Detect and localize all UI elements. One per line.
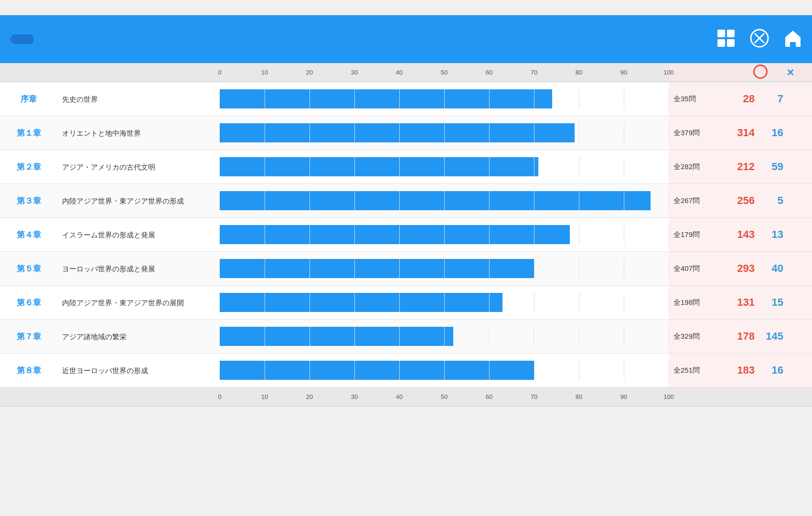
axis-tick: 20 [306, 69, 313, 76]
total-questions: 全179問 [673, 230, 721, 239]
grid-line [444, 361, 445, 380]
axis-tick: 0 [218, 69, 221, 76]
grid-line [444, 327, 445, 346]
grid-line [669, 123, 669, 142]
table-row[interactable]: 第３章内陸アジア世界・東アジア世界の形成全267問2565 [0, 184, 812, 218]
total-questions: 全198問 [673, 298, 721, 307]
header [0, 15, 812, 63]
grid-line [265, 361, 265, 380]
bar-container [220, 123, 669, 142]
axis-tick: 80 [576, 69, 582, 76]
home-button[interactable] [783, 29, 802, 50]
axis-tick: 50 [441, 69, 448, 76]
grid-line [489, 157, 490, 176]
grid-line [354, 191, 355, 210]
table-row[interactable]: 第２章アジア・アメリカの古代文明全282問21259 [0, 150, 812, 184]
rooms-select-delete-button[interactable] [716, 29, 736, 50]
table-row[interactable]: 第４章イスラーム世界の形成と発展全179問14313 [0, 218, 812, 252]
axis-tick: 30 [351, 69, 358, 76]
table-row[interactable]: 第６章内陸アジア世界・東アジア世界の展開全198問13115 [0, 286, 812, 320]
grid-line [669, 259, 669, 278]
top-axis-row: 0102030405060708090100 × [0, 63, 812, 82]
correct-count: 178 [721, 330, 755, 343]
axis-tick: 40 [396, 69, 403, 76]
table-row[interactable]: 第５章ヨーロッパ世界の形成と発展全407問29340 [0, 252, 812, 286]
grid-line [310, 259, 310, 278]
svg-rect-2 [717, 39, 725, 47]
axis-tick: 100 [663, 69, 674, 76]
grid-line [534, 157, 534, 176]
grid-line [265, 123, 265, 142]
grid-line [310, 89, 310, 108]
grid-line [399, 191, 400, 210]
row-stats: 全379問31416 [669, 116, 812, 150]
wrong-count: 7 [755, 93, 783, 105]
axis-tick: 30 [351, 393, 358, 400]
chapter-name: アジア・アメリカの古代文明 [57, 162, 220, 172]
bar-container [220, 225, 669, 244]
grid-line [534, 225, 534, 244]
grid-line [489, 327, 490, 346]
wrong-count: 13 [755, 228, 783, 241]
row-stats: 全179問14313 [669, 218, 812, 251]
axis-tick: 70 [531, 393, 537, 400]
grid-line [399, 327, 400, 346]
grid-line [624, 361, 624, 380]
correct-header-icon [753, 64, 768, 80]
chapter-label: 第４章 [0, 229, 57, 240]
grid-line [354, 327, 355, 346]
svg-marker-9 [785, 31, 801, 47]
bar-container [220, 327, 669, 346]
bar-background [220, 123, 669, 142]
grid-line [534, 327, 534, 346]
svg-rect-0 [717, 30, 725, 37]
minimize-button[interactable] [746, 0, 768, 15]
grid-line [579, 259, 579, 278]
window-controls [746, 0, 812, 15]
grid-line [624, 327, 624, 346]
wrong-count: 15 [755, 296, 783, 309]
wrong-count: 145 [755, 330, 783, 343]
grid-line [444, 191, 445, 210]
correct-count: 256 [721, 194, 755, 207]
grid-line [669, 327, 669, 346]
data-rows: 序章先史の世界全35問287第１章オリエントと地中海世界全379問31416第２… [0, 82, 812, 387]
grid-line [534, 293, 534, 312]
grid-line [489, 89, 490, 108]
bar-fill [220, 89, 552, 108]
grid-line [489, 259, 490, 278]
table-row[interactable]: 第１章オリエントと地中海世界全379問31416 [0, 116, 812, 150]
wrong-count: 40 [755, 262, 783, 275]
maximize-button[interactable] [768, 0, 790, 15]
grid-line [265, 157, 265, 176]
grid-line [310, 191, 310, 210]
chapter-name: オリエントと地中海世界 [57, 128, 220, 138]
table-row[interactable]: 第７章アジア諸地域の繁栄全329問178145 [0, 320, 812, 354]
bar-background [220, 89, 669, 108]
wrong-header-icon: × [787, 65, 794, 80]
bar-fill [220, 191, 651, 210]
bar-container [220, 259, 669, 278]
bar-background [220, 293, 669, 312]
row-stats: 全251問18316 [669, 354, 812, 387]
bar-container [220, 89, 669, 108]
grid-line [669, 157, 669, 176]
grid-line [489, 191, 490, 210]
table-row[interactable]: 第８章近世ヨーロッパ世界の形成全251問18316 [0, 354, 812, 387]
chapter-label: 第５章 [0, 263, 57, 274]
back-button[interactable] [10, 34, 33, 44]
axis-tick: 60 [486, 393, 492, 400]
chapter-name: 内陸アジア世界・東アジア世界の展開 [57, 298, 220, 308]
close-button[interactable] [790, 0, 812, 15]
correct-count: 314 [721, 127, 755, 139]
total-questions: 全35問 [673, 95, 721, 104]
grid-line [444, 157, 445, 176]
grid-line [624, 157, 624, 176]
row-stats: 全267問2565 [669, 184, 812, 217]
grid-line [354, 293, 355, 312]
table-row[interactable]: 序章先史の世界全35問287 [0, 82, 812, 116]
grid-line [310, 361, 310, 380]
rooms-delete-all-button[interactable] [750, 29, 769, 50]
grid-line [310, 293, 310, 312]
bar-fill [220, 293, 502, 312]
